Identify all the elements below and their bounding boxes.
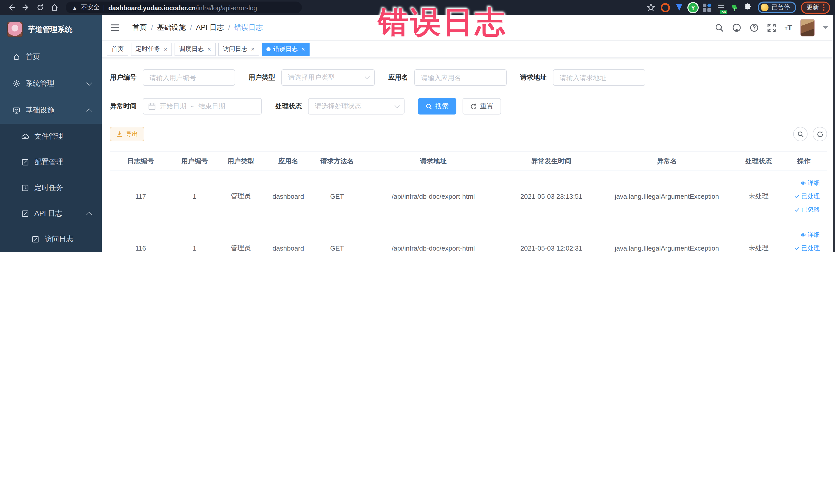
bookmark-star-icon[interactable]	[647, 3, 656, 12]
cell-user_type: 管理员	[218, 191, 264, 201]
sidebar-item-5[interactable]: 定时任务	[0, 175, 102, 201]
extension-grid-icon[interactable]	[702, 3, 712, 12]
check-small-icon	[794, 193, 800, 199]
cell-time: 2021-05-03 12:02:31	[505, 244, 597, 252]
profile-paused-chip[interactable]: 已暂停	[758, 2, 796, 13]
fullscreen-icon[interactable]	[767, 23, 776, 32]
browser-update-button[interactable]: 更新	[801, 1, 830, 14]
chevron-down-icon	[365, 74, 370, 79]
chevron-down-icon	[394, 103, 400, 108]
extension-sprout-icon[interactable]	[730, 3, 739, 12]
user-id-label: 用户编号	[110, 73, 137, 82]
table-header-row: 日志编号用户编号用户类型应用名请求方法名请求地址异常发生时间异常名处理状态操作	[110, 152, 827, 170]
app-logo-row[interactable]: 芋道管理系统	[0, 15, 102, 44]
page-content: 用户编号 用户类型 请选择用户类型 应用名 请求地址	[102, 58, 835, 252]
export-button[interactable]: 导出	[110, 127, 144, 141]
extension-blue-icon[interactable]	[675, 3, 684, 12]
sidebar-item-label: 访问日志	[45, 235, 74, 244]
user-id-input[interactable]	[143, 69, 235, 86]
sidebar-item-label: 基础设施	[26, 106, 55, 115]
close-icon[interactable]: ×	[251, 45, 254, 53]
table-toolbar: 导出	[110, 127, 827, 141]
kebab-menu-icon[interactable]	[823, 4, 824, 11]
action-0-link[interactable]: 详细	[800, 230, 820, 239]
breadcrumb-item-3: 错误日志	[234, 23, 263, 32]
action-2-link[interactable]: 已忽略	[794, 205, 820, 214]
search-icon[interactable]	[715, 23, 724, 32]
filter-row-1: 用户编号 用户类型 请选择用户类型 应用名 请求地址	[110, 69, 827, 86]
check-small-icon	[794, 245, 800, 251]
column-header-5: 请求地址	[361, 156, 505, 166]
app-name-label: 应用名	[388, 73, 408, 82]
date-range-picker[interactable]: 开始日期 ~ 结束日期	[143, 98, 262, 115]
tab-2[interactable]: 调度日志×	[175, 42, 216, 56]
action-1-link[interactable]: 已处理	[794, 192, 820, 201]
process-status-select[interactable]: 请选择处理状态	[308, 98, 405, 115]
home-browser-icon[interactable]	[48, 1, 61, 14]
search-button[interactable]: 搜索	[418, 98, 456, 115]
overlay-annotation-title: 错误日志	[378, 2, 507, 43]
column-header-3: 应用名	[264, 156, 313, 166]
hamburger-icon[interactable]	[109, 21, 121, 34]
address-bar[interactable]: ▲ 不安全 | dashboard.yudao.iocoder.cn/infra…	[66, 2, 302, 13]
extension-green-icon[interactable]: Y	[688, 3, 698, 12]
sidebar-menu: 首页系统管理基础设施文件管理配置管理定时任务API 日志访问日志错误日志MySQ…	[0, 44, 102, 252]
reload-icon[interactable]	[34, 1, 46, 14]
user-avatar[interactable]	[800, 19, 815, 36]
help-icon[interactable]	[750, 23, 759, 32]
column-header-1: 用户编号	[171, 156, 218, 166]
toggle-search-button[interactable]	[793, 127, 808, 141]
refresh-icon	[470, 103, 477, 109]
avatar-caret-icon[interactable]	[823, 26, 828, 29]
breadcrumb-item-2[interactable]: API 日志	[196, 23, 224, 32]
process-status-label: 处理状态	[275, 102, 302, 111]
sidebar-item-1[interactable]: 系统管理	[0, 70, 102, 97]
sidebar-item-7[interactable]: 访问日志	[0, 226, 102, 252]
chevron-up-icon	[86, 212, 93, 218]
tab-3[interactable]: 访问日志×	[218, 42, 259, 56]
url-host: dashboard.yudao.iocoder.cn	[108, 4, 196, 12]
close-icon[interactable]: ×	[207, 45, 211, 53]
exception-time-label: 异常时间	[110, 102, 137, 111]
close-icon[interactable]: ×	[164, 45, 167, 53]
reset-button[interactable]: 重置	[463, 98, 501, 115]
page-scrollbar[interactable]	[833, 15, 835, 252]
back-icon[interactable]	[5, 1, 18, 14]
github-icon[interactable]	[732, 23, 741, 32]
breadcrumb-item-1[interactable]: 基础设施	[157, 23, 186, 32]
sidebar-item-4[interactable]: 配置管理	[0, 149, 102, 175]
tab-0[interactable]: 首页	[107, 42, 128, 56]
action-label: 已处理	[801, 192, 820, 201]
column-header-9: 操作	[781, 156, 827, 166]
search-button-icon	[426, 103, 432, 109]
active-dot-icon	[266, 47, 270, 51]
security-label: 不安全	[81, 3, 100, 12]
close-icon[interactable]: ×	[301, 45, 305, 53]
column-header-6: 异常发生时间	[505, 156, 597, 166]
calendar-icon	[148, 103, 156, 110]
extension-onoff-icon[interactable]: on	[716, 3, 726, 12]
action-1-link[interactable]: 已处理	[794, 244, 820, 252]
update-label: 更新	[807, 3, 819, 12]
sidebar-item-6[interactable]: API 日志	[0, 201, 102, 226]
url-separator: |	[103, 4, 105, 11]
app-name-input[interactable]	[414, 69, 507, 86]
sidebar-item-0[interactable]: 首页	[0, 44, 102, 70]
action-0-link[interactable]: 详细	[800, 178, 820, 187]
tab-4[interactable]: 错误日志×	[262, 42, 309, 56]
sidebar-item-2[interactable]: 基础设施	[0, 97, 102, 124]
forward-icon[interactable]	[20, 1, 32, 14]
request-url-input[interactable]	[553, 69, 645, 86]
refresh-table-button[interactable]	[813, 127, 827, 141]
user-type-select[interactable]: 请选择用户类型	[281, 69, 375, 86]
extensions-puzzle-icon[interactable]	[744, 3, 753, 12]
font-size-icon[interactable]: TT	[785, 24, 792, 31]
tab-1[interactable]: 定时任务×	[131, 42, 172, 56]
insecure-warning-icon[interactable]: ▲	[72, 4, 78, 11]
tags-bar: 首页定时任务×调度日志×访问日志×错误日志×	[102, 41, 835, 58]
sidebar-item-3[interactable]: 文件管理	[0, 124, 102, 149]
extension-orange-icon[interactable]	[661, 3, 670, 12]
breadcrumb-item-0[interactable]: 首页	[133, 23, 147, 32]
breadcrumb-separator: /	[228, 23, 230, 32]
cell-exception: java.lang.IllegalArgumentException	[597, 244, 736, 252]
